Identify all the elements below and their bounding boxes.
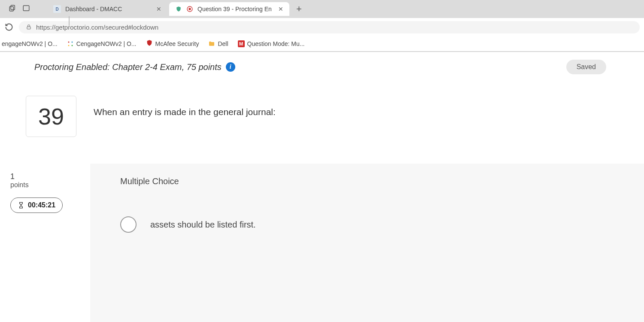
lock-icon xyxy=(26,24,32,30)
panel-icon[interactable] xyxy=(22,4,30,14)
m-icon: M xyxy=(238,40,245,47)
shield-favicon-icon xyxy=(175,6,182,12)
info-icon[interactable]: i xyxy=(226,62,235,72)
radio-button[interactable] xyxy=(120,216,137,233)
bookmark-question-mode[interactable]: M Question Mode: Mu... xyxy=(238,40,305,47)
tab-bar: D Dashboard - DMACC ✕ Question 39 - Proc… xyxy=(0,0,644,18)
question-number-box: 39 xyxy=(26,96,76,137)
svg-rect-1 xyxy=(9,6,13,11)
question-number: 39 xyxy=(38,103,64,130)
bookmark-label: CengageNOWv2 | O... xyxy=(76,40,137,47)
points-value: 1 xyxy=(10,172,63,181)
bookmark-dell[interactable]: Dell xyxy=(208,40,228,47)
cengage-icon xyxy=(67,40,74,47)
copy-icon[interactable] xyxy=(9,4,16,14)
tab-title: Question 39 - Proctoring En xyxy=(197,6,272,12)
svg-point-7 xyxy=(71,41,73,43)
address-bar: https://getproctorio.com/secured#lockdow… xyxy=(0,18,644,36)
url-text: https://getproctorio.com/secured#lockdow… xyxy=(36,24,158,31)
window-controls xyxy=(3,4,35,14)
question-meta: 1 points 00:45:21 xyxy=(10,172,63,213)
tab-title: Dashboard - DMACC xyxy=(65,6,122,12)
bookmark-label: Question Mode: Mu... xyxy=(247,40,305,47)
page-content: Proctoring Enabled: Chapter 2-4 Exam, 75… xyxy=(0,52,644,322)
tab-dashboard[interactable]: D Dashboard - DMACC ✕ xyxy=(47,2,167,16)
exam-title: Proctoring Enabled: Chapter 2-4 Exam, 75… xyxy=(34,62,222,72)
divider xyxy=(69,16,70,26)
question-text: When an entry is made in the general jou… xyxy=(94,96,276,117)
option-text: assets should be listed first. xyxy=(150,220,256,230)
svg-point-9 xyxy=(71,45,73,46)
svg-rect-2 xyxy=(23,6,29,11)
browser-chrome: D Dashboard - DMACC ✕ Question 39 - Proc… xyxy=(0,0,644,52)
url-input[interactable]: https://getproctorio.com/secured#lockdow… xyxy=(19,21,640,33)
answer-area: Multiple Choice assets should be listed … xyxy=(90,164,644,322)
bookmark-label: Dell xyxy=(218,40,228,47)
timer: 00:45:21 xyxy=(10,197,63,213)
new-tab-button[interactable]: + xyxy=(291,3,307,15)
bookmark-mcafee[interactable]: McAfee Security xyxy=(146,39,199,48)
svg-point-8 xyxy=(68,45,69,46)
question-row: 39 When an entry is made in the general … xyxy=(0,79,644,137)
bookmarks-bar: engageNOWv2 | O... CengageNOWv2 | O... M… xyxy=(0,36,644,52)
mcafee-icon xyxy=(146,39,153,48)
exam-header: Proctoring Enabled: Chapter 2-4 Exam, 75… xyxy=(0,52,644,79)
saved-label: Saved xyxy=(577,63,596,70)
reload-button[interactable] xyxy=(4,22,14,32)
close-icon[interactable]: ✕ xyxy=(278,6,283,12)
option-row[interactable]: assets should be listed first. xyxy=(120,216,644,233)
svg-rect-5 xyxy=(27,27,30,29)
bookmark-label: engageNOWv2 | O... xyxy=(2,40,58,47)
exam-title-row: Proctoring Enabled: Chapter 2-4 Exam, 75… xyxy=(34,62,235,72)
svg-point-6 xyxy=(68,41,69,43)
dmacc-favicon-icon: D xyxy=(53,5,61,13)
svg-point-4 xyxy=(188,8,191,10)
svg-rect-0 xyxy=(11,5,15,10)
hourglass-icon xyxy=(18,202,24,209)
tab-question[interactable]: Question 39 - Proctoring En ✕ xyxy=(169,2,289,16)
folder-icon xyxy=(208,40,215,47)
points-label: points xyxy=(10,181,63,189)
close-icon[interactable]: ✕ xyxy=(156,6,161,12)
section-label: Multiple Choice xyxy=(120,176,644,186)
record-icon xyxy=(186,6,193,12)
bookmark-label: McAfee Security xyxy=(155,40,199,47)
bookmark-engagenow[interactable]: engageNOWv2 | O... xyxy=(2,40,58,47)
bookmark-cengagenow[interactable]: CengageNOWv2 | O... xyxy=(67,40,137,47)
timer-value: 00:45:21 xyxy=(28,201,55,209)
saved-status: Saved xyxy=(566,60,606,74)
